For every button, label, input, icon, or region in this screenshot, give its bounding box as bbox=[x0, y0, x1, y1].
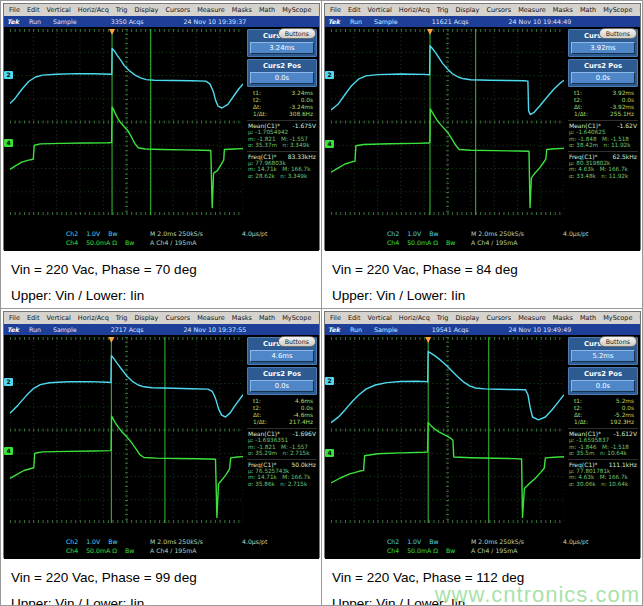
cursor-readout-value: 255.1Hz bbox=[610, 111, 634, 118]
menu-item-vertical[interactable]: Vertical bbox=[46, 314, 70, 322]
menu-item-measure[interactable]: Measure bbox=[197, 6, 225, 14]
curs2-box: Curs2 Pos 0.0s bbox=[247, 59, 317, 87]
curs1-value[interactable]: 4.6ms bbox=[250, 350, 314, 362]
graticule bbox=[331, 337, 564, 523]
menu-item-trig[interactable]: Trig bbox=[116, 6, 128, 14]
ch2-label: Ch2 bbox=[387, 229, 399, 238]
cursor-readout-row: t1:4.6ms bbox=[253, 398, 313, 405]
menu-item-horizacq[interactable]: Horiz/Acq bbox=[399, 6, 430, 14]
curs2-value[interactable]: 0.0s bbox=[571, 380, 635, 392]
menu-item-cursors[interactable]: Cursors bbox=[486, 6, 511, 14]
menu-item-vertical[interactable]: Vertical bbox=[367, 6, 391, 14]
menu-item-horizacq[interactable]: Horiz/Acq bbox=[78, 6, 109, 14]
scope-menubar: FileEditVerticalHoriz/AcqTrigDisplayCurs… bbox=[4, 4, 319, 16]
trigger-position-marker bbox=[109, 29, 115, 35]
menu-item-display[interactable]: Display bbox=[455, 314, 479, 322]
ch4-bandwidth: Bw bbox=[446, 546, 455, 555]
menu-item-display[interactable]: Display bbox=[455, 6, 479, 14]
cursor-readout-label: t1: bbox=[574, 398, 582, 405]
menu-item-cursors[interactable]: Cursors bbox=[165, 314, 190, 322]
menu-item-horizacq[interactable]: Horiz/Acq bbox=[78, 314, 109, 322]
ch2-scale: 1.0V bbox=[407, 229, 421, 238]
menu-item-myscope[interactable]: MyScope bbox=[603, 6, 632, 14]
run-status: Run bbox=[29, 326, 41, 333]
tek-logo: Tek bbox=[7, 18, 19, 25]
menu-item-cursors[interactable]: Cursors bbox=[165, 6, 190, 14]
menu-item-vertical[interactable]: Vertical bbox=[46, 6, 70, 14]
menu-item-utilities[interactable]: Utilities bbox=[318, 6, 319, 14]
menu-item-measure[interactable]: Measure bbox=[518, 6, 546, 14]
freq-stat-line: m: 14.71k M: 166.7k bbox=[247, 166, 317, 173]
menu-item-utilities[interactable]: Utilities bbox=[318, 314, 319, 322]
curs2-value[interactable]: 0.0s bbox=[250, 380, 314, 392]
menu-item-measure[interactable]: Measure bbox=[197, 314, 225, 322]
menu-item-myscope[interactable]: MyScope bbox=[603, 314, 632, 322]
menu-item-masks[interactable]: Masks bbox=[553, 314, 573, 322]
menu-item-vertical[interactable]: Vertical bbox=[367, 314, 391, 322]
ch4-scale: 50.0mA Ω bbox=[407, 238, 438, 247]
oscilloscope-screenshot: FileEditVerticalHoriz/AcqTrigDisplayCurs… bbox=[3, 311, 320, 558]
menu-item-edit[interactable]: Edit bbox=[27, 314, 40, 322]
cursor-readout-row: t2:0.0s bbox=[253, 97, 313, 104]
menu-item-trig[interactable]: Trig bbox=[116, 314, 128, 322]
menu-item-masks[interactable]: Masks bbox=[232, 6, 252, 14]
menu-item-math[interactable]: Math bbox=[580, 314, 596, 322]
freq-value: 62.5kHz bbox=[613, 153, 638, 160]
mean-title: Mean(C1)* bbox=[569, 430, 601, 437]
freq-stat-line: σ: 30.06k n: 10.64k bbox=[568, 481, 638, 488]
curs1-value[interactable]: 3.24ms bbox=[250, 42, 314, 54]
menu-item-display[interactable]: Display bbox=[134, 314, 158, 322]
menu-item-masks[interactable]: Masks bbox=[553, 6, 573, 14]
menu-item-edit[interactable]: Edit bbox=[348, 314, 361, 322]
buttons-button[interactable]: Buttons bbox=[278, 336, 316, 347]
freq-value: 83.33kHz bbox=[288, 153, 316, 160]
curs2-value[interactable]: 0.0s bbox=[250, 72, 314, 84]
cursor-readout-label: t1: bbox=[574, 90, 582, 97]
cursor-readout-row: Δt:-4.6ms bbox=[253, 412, 313, 419]
menu-item-edit[interactable]: Edit bbox=[348, 6, 361, 14]
cursor-readout-label: t2: bbox=[253, 405, 261, 412]
menu-item-file[interactable]: File bbox=[330, 6, 341, 14]
menu-item-file[interactable]: File bbox=[330, 314, 341, 322]
buttons-button[interactable]: Buttons bbox=[599, 336, 637, 347]
menu-item-measure[interactable]: Measure bbox=[518, 314, 546, 322]
mean-stats: μ: -1.6936351m: -1.821 M: -1.557σ: 35.29… bbox=[247, 437, 317, 457]
menu-item-file[interactable]: File bbox=[9, 6, 20, 14]
menu-item-myscope[interactable]: MyScope bbox=[282, 6, 311, 14]
ch4-position-marker: 4 bbox=[4, 139, 13, 147]
buttons-button[interactable]: Buttons bbox=[278, 28, 316, 39]
menu-item-utilities[interactable]: Utilities bbox=[639, 314, 640, 322]
curs1-value[interactable]: 5.2ms bbox=[571, 350, 635, 362]
curs2-label: Curs2 Pos bbox=[250, 370, 314, 378]
oscilloscope-screenshot: FileEditVerticalHoriz/AcqTrigDisplayCurs… bbox=[324, 3, 641, 250]
menu-item-math[interactable]: Math bbox=[259, 314, 275, 322]
cursor-readout-label: Δt: bbox=[574, 104, 582, 111]
ch2-label: Ch2 bbox=[66, 537, 78, 546]
mean-stat-line: σ: 35.37m n: 3.349k bbox=[247, 142, 317, 149]
curs1-value[interactable]: 3.92ms bbox=[571, 42, 635, 54]
menu-item-trig[interactable]: Trig bbox=[437, 314, 449, 322]
menu-item-trig[interactable]: Trig bbox=[437, 6, 449, 14]
cursor-readout-value: 0.0s bbox=[301, 405, 313, 412]
caption: Vin = 220 Vac, Phase = 84 deg Upper: Vin… bbox=[322, 252, 642, 308]
menu-item-myscope[interactable]: MyScope bbox=[282, 314, 311, 322]
caption-line1: Vin = 220 Vac, Phase = 70 deg bbox=[11, 262, 321, 277]
menu-item-math[interactable]: Math bbox=[580, 6, 596, 14]
scope-display: 2 4 Curs1 Pos 4.6ms Curs2 Pos 0.0s t1:4.… bbox=[4, 335, 319, 535]
buttons-button[interactable]: Buttons bbox=[599, 28, 637, 39]
menu-item-display[interactable]: Display bbox=[134, 6, 158, 14]
menu-item-masks[interactable]: Masks bbox=[232, 314, 252, 322]
menu-item-cursors[interactable]: Cursors bbox=[486, 314, 511, 322]
mean-value: -1.696V bbox=[293, 430, 316, 437]
oscilloscope-screenshot: FileEditVerticalHoriz/AcqTrigDisplayCurs… bbox=[324, 311, 641, 558]
menu-item-edit[interactable]: Edit bbox=[27, 6, 40, 14]
menu-item-horizacq[interactable]: Horiz/Acq bbox=[399, 314, 430, 322]
scope-readout-bar: Ch2 1.0V Bw M 2.0ms 250kS/s 4.0µs/pt Ch4… bbox=[325, 535, 640, 559]
mean-stats: μ: -1.640625m: -1.848 M: -1.518σ: 38.42m… bbox=[568, 129, 638, 149]
menu-item-file[interactable]: File bbox=[9, 314, 20, 322]
menu-item-math[interactable]: Math bbox=[259, 6, 275, 14]
menu-item-utilities[interactable]: Utilities bbox=[639, 6, 640, 14]
curs2-value[interactable]: 0.0s bbox=[571, 72, 635, 84]
mean-stats: μ: -1.7054942m: -1.821 M: -1.557σ: 35.37… bbox=[247, 129, 317, 149]
sample-rate-readout: 4.0µs/pt bbox=[563, 537, 588, 546]
